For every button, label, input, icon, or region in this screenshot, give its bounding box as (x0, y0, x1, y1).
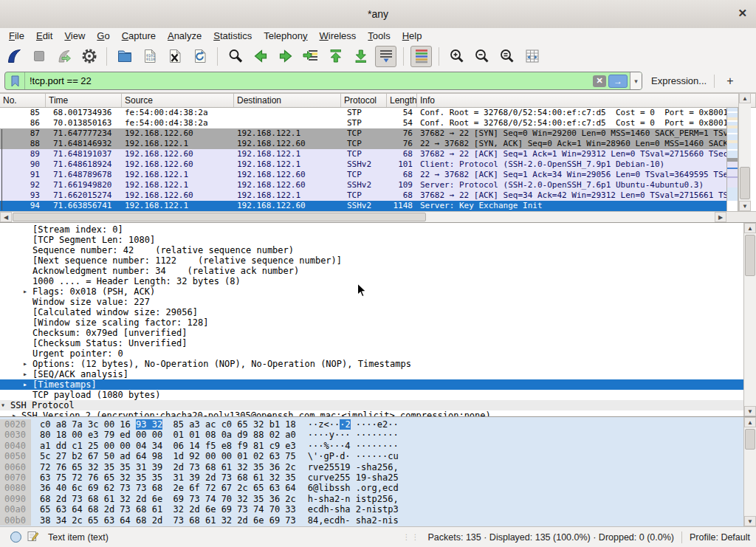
hex-row[interactable]: 0020c0 a8 7a 3c 00 16 93 32 85 a3 ac c0 … (0, 419, 743, 430)
scroll-thumb[interactable] (745, 429, 755, 450)
menu-telephony[interactable]: Telephony (258, 30, 313, 42)
scroll-up-icon[interactable]: ▲ (744, 417, 756, 427)
go-back-icon[interactable] (250, 46, 271, 67)
detail-line[interactable]: [Window size scaling factor: 128] (0, 317, 743, 328)
expression-button[interactable]: Expression... (651, 75, 707, 86)
hex-bytes[interactable]: 63 75 72 76 65 32 35 35 31 39 2d 73 68 6… (40, 472, 296, 483)
detail-line[interactable]: ▸Flags: 0x018 (PSH, ACK) (0, 286, 743, 297)
packet-row[interactable]: 9271.661949820192.168.122.1192.168.122.6… (0, 180, 726, 190)
hex-bytes[interactable]: a1 dd c1 25 00 00 04 34 06 14 f5 e8 f9 8… (40, 441, 296, 451)
hex-ascii[interactable]: curve255 19-sha25 (308, 472, 399, 483)
find-packet-icon[interactable] (224, 46, 246, 67)
expand-arrow-icon[interactable]: ▸ (23, 379, 27, 390)
packet-row[interactable]: 8568.001734936fe:54:00:d4:38:2aSTP54Conf… (0, 108, 726, 118)
go-first-icon[interactable] (325, 46, 346, 67)
expand-arrow-icon[interactable]: ▸ (23, 286, 27, 297)
column-header-no[interactable]: No. (0, 94, 46, 107)
scroll-down-icon[interactable]: ▼ (744, 516, 756, 526)
detail-line[interactable]: TCP payload (1080 bytes) (0, 390, 743, 400)
menu-statistics[interactable]: Statistics (207, 30, 258, 42)
go-to-packet-icon[interactable] (300, 46, 321, 67)
hex-bytes[interactable]: 36 40 6c 69 62 73 73 68 2e 6f 72 67 2c 6… (40, 483, 296, 493)
menu-edit[interactable]: Edit (30, 30, 58, 42)
hex-bytes[interactable]: 72 76 65 32 35 35 31 39 2d 73 68 61 32 3… (40, 462, 296, 472)
scroll-thumb[interactable] (745, 235, 755, 276)
column-header-length[interactable]: Length (387, 94, 417, 107)
detail-line[interactable]: ▸Options: (12 bytes), No-Operation (NOP)… (0, 359, 743, 369)
filter-dropdown-icon[interactable]: ▾ (630, 72, 642, 89)
hex-ascii[interactable]: rve25519 -sha256, (308, 462, 399, 472)
hex-bytes[interactable]: 65 63 64 68 2d 73 68 61 32 2d 6e 69 73 7… (40, 504, 296, 515)
bookmark-icon[interactable] (5, 72, 25, 89)
apply-filter-icon[interactable]: → (608, 75, 628, 88)
hex-bytes[interactable]: 68 2d 73 68 61 32 2d 6e 69 73 74 70 32 3… (40, 494, 296, 504)
detail-line[interactable]: [TCP Segment Len: 1080] (0, 235, 743, 245)
packet-row[interactable]: 9071.648618924192.168.122.60192.168.122.… (0, 159, 726, 170)
hex-ascii[interactable]: 84,ecdh- sha2-nis (308, 515, 399, 526)
zoom-in-icon[interactable] (446, 46, 467, 67)
add-filter-button[interactable]: + (722, 75, 738, 88)
hex-row[interactable]: 009068 2d 73 68 61 32 2d 6e 69 73 74 70 … (0, 494, 743, 504)
hex-row[interactable]: 007063 75 72 76 65 32 35 35 31 39 2d 73 … (0, 472, 743, 483)
hex-bytes[interactable]: c0 a8 7a 3c 00 16 93 32 85 a3 ac c0 65 3… (40, 419, 296, 430)
hex-row[interactable]: 003080 18 00 e3 79 ed 00 00 01 01 08 0a … (0, 430, 743, 440)
detail-line[interactable]: Sequence number: 42 (relative sequence n… (0, 245, 743, 255)
scroll-down-icon[interactable]: ▼ (744, 406, 756, 416)
menu-analyze[interactable]: Analyze (162, 30, 207, 42)
column-header-source[interactable]: Source (122, 94, 234, 107)
scroll-thumb[interactable] (13, 213, 426, 221)
hex-ascii[interactable]: ····y··· ········ (308, 430, 399, 440)
hex-row[interactable]: 008036 40 6c 69 62 73 73 68 2e 6f 72 67 … (0, 483, 743, 493)
zoom-reset-icon[interactable] (496, 46, 518, 67)
hex-bytes[interactable]: 5c 27 b2 67 50 ad 64 98 1d 92 00 00 01 0… (40, 451, 296, 461)
detail-line[interactable]: ▸[Timestamps] (0, 379, 743, 390)
detail-line[interactable]: [Stream index: 0] (0, 224, 743, 235)
hex-ascii[interactable]: ···%···4 ········ (308, 441, 399, 451)
column-header-time[interactable]: Time (46, 94, 122, 107)
colorize-packets-icon[interactable] (410, 46, 432, 67)
hex-row[interactable]: 00a065 63 64 68 2d 73 68 61 32 2d 6e 69 … (0, 504, 743, 515)
menu-go[interactable]: Go (91, 30, 115, 42)
open-file-icon[interactable] (114, 46, 135, 67)
column-header-protocol[interactable]: Protocol (341, 94, 387, 107)
expand-arrow-icon[interactable]: ▸ (23, 369, 27, 379)
detail-line[interactable]: Checksum: 0x79ed [unverified] (0, 328, 743, 338)
stop-capture-icon[interactable] (28, 46, 49, 67)
detail-line[interactable]: ▾SSH Protocol (0, 400, 743, 410)
hex-bytes[interactable]: 38 34 2c 65 63 64 68 2d 73 68 61 32 2d 6… (40, 515, 296, 526)
column-header-info[interactable]: Info (417, 94, 756, 107)
expand-arrow-icon[interactable]: ▸ (23, 359, 27, 369)
detail-line[interactable]: [Checksum Status: Unverified] (0, 338, 743, 348)
hex-ascii[interactable]: 6@libssh .org,ecd (308, 483, 399, 493)
scroll-up-icon[interactable]: ▲ (739, 93, 751, 103)
detail-line[interactable]: Acknowledgment number: 34 (relative ack … (0, 266, 743, 276)
menu-wireless[interactable]: Wireless (314, 30, 362, 42)
hex-row[interactable]: 0040a1 dd c1 25 00 00 04 34 06 14 f5 e8 … (0, 441, 743, 451)
menu-tools[interactable]: Tools (362, 30, 396, 42)
go-forward-icon[interactable] (275, 46, 296, 67)
close-file-icon[interactable] (164, 46, 185, 67)
profile-text[interactable]: Profile: Default (690, 532, 750, 543)
reload-file-icon[interactable] (189, 46, 210, 67)
scroll-up-icon[interactable]: ▲ (744, 223, 756, 233)
detail-line[interactable]: Window size value: 227 (0, 297, 743, 307)
packet-row[interactable]: 8971.648191037192.168.122.60192.168.122.… (0, 149, 726, 159)
detail-line[interactable]: 1000 .... = Header Length: 32 bytes (8) (0, 276, 743, 286)
detail-line[interactable]: ▸[SEQ/ACK analysis] (0, 369, 743, 379)
restart-capture-icon[interactable] (53, 46, 75, 67)
column-header-destination[interactable]: Destination (234, 94, 341, 107)
details-scrollbar[interactable]: ▲ ▼ (743, 223, 756, 416)
auto-scroll-icon[interactable] (375, 46, 396, 67)
hex-ascii[interactable]: \'·gP·d· ······cu (308, 451, 399, 461)
zoom-out-icon[interactable] (471, 46, 492, 67)
packet-row[interactable]: 9471.663856741192.168.122.1192.168.122.6… (0, 201, 726, 211)
menu-file[interactable]: File (3, 30, 30, 42)
clear-filter-icon[interactable]: ✕ (593, 75, 606, 87)
bytes-scrollbar[interactable]: ▲ ▼ (743, 417, 756, 526)
expert-info-icon[interactable] (10, 531, 21, 543)
collapse-arrow-icon[interactable]: ▾ (1, 400, 5, 410)
start-capture-icon[interactable] (3, 46, 24, 67)
menu-view[interactable]: View (58, 30, 91, 42)
expand-arrow-icon[interactable]: ▸ (12, 410, 16, 416)
packet-row[interactable]: 9371.662015274192.168.122.60192.168.122.… (0, 190, 726, 201)
